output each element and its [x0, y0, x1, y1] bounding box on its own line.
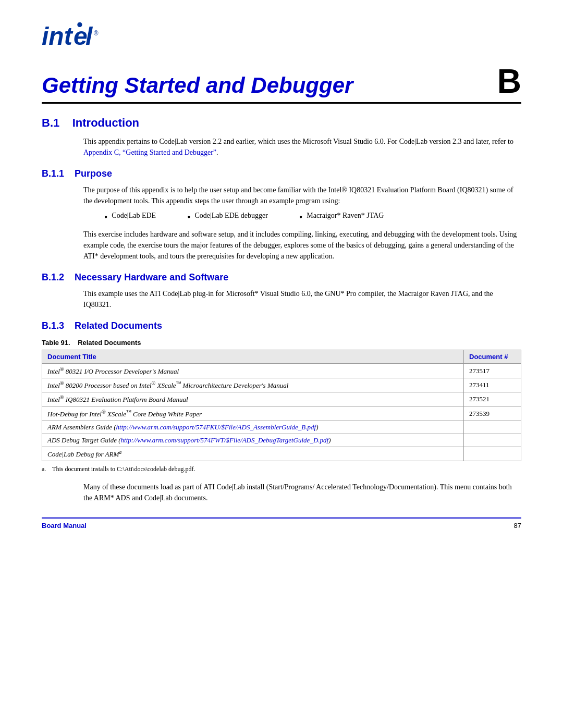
svg-text:int: int — [42, 22, 74, 50]
doc-num-7 — [464, 447, 521, 461]
bullet-row: • Code|Lab EDE • Code|Lab EDE debugger •… — [83, 212, 521, 224]
doc-title-7: Code|Lab Debug for ARMa — [42, 447, 464, 461]
related-documents-table: Document Title Document # Intel® 80321 I… — [42, 350, 521, 461]
table-row: Intel® 80200 Processor based on Intel® X… — [42, 378, 521, 392]
col-header-title: Document Title — [42, 350, 464, 364]
bullet-item-3: • Macraigor* Raven* JTAG — [299, 212, 384, 224]
section-b13-body-after: Many of these documents load as part of … — [42, 482, 521, 503]
svg-point-3 — [77, 22, 82, 27]
section-b1: B.1 Introduction This appendix pertains … — [42, 116, 521, 158]
section-b12: B.1.2 Necessary Hardware and Software Th… — [42, 272, 521, 310]
section-b12-body: This example uses the ATI Code|Lab plug-… — [42, 288, 521, 310]
footer-bar: Board Manual 87 — [42, 517, 521, 529]
svg-text:®: ® — [94, 30, 99, 37]
ads-debug-link[interactable]: http://www.arm.com/support/574FWT/$File/… — [121, 436, 329, 444]
bullet-list: • Code|Lab EDE • Code|Lab EDE debugger •… — [42, 212, 521, 224]
bullet-label-2: Code|Lab EDE debugger — [194, 212, 267, 220]
doc-title-5: ARM Assemblers Guide (http://www.arm.com… — [42, 421, 464, 434]
doc-num-1: 273517 — [464, 364, 521, 378]
bullet-item-1: • Code|Lab EDE — [104, 212, 156, 224]
intel-logo: int e l ® — [42, 21, 104, 52]
table-row: Code|Lab Debug for ARMa — [42, 447, 521, 461]
table-section: Table 91. Related Documents Document Tit… — [42, 339, 521, 473]
appendix-c-link[interactable]: Appendix C, “Getting Started and Debugge… — [83, 149, 216, 156]
table-row: Hot-Debug for Intel® XScale™ Core Debug … — [42, 406, 521, 421]
chapter-letter: B — [497, 65, 521, 98]
table-row: ADS Debug Target Guide (http://www.arm.c… — [42, 434, 521, 447]
section-b11: B.1.1 Purpose The purpose of this append… — [42, 168, 521, 262]
doc-title-4: Hot-Debug for Intel® XScale™ Core Debug … — [42, 406, 464, 421]
section-b13-title: B.1.3 Related Documents — [42, 320, 521, 331]
bullet-dot-1: • — [104, 212, 107, 224]
svg-text:l: l — [85, 22, 93, 50]
footer-label: Board Manual — [42, 522, 87, 529]
doc-num-4: 273539 — [464, 406, 521, 421]
doc-num-6 — [464, 434, 521, 447]
arm-assembler-link[interactable]: http://www.arm.com/support/574FKU/$File/… — [116, 423, 316, 431]
doc-num-2: 273411 — [464, 378, 521, 392]
page: int e l ® Getting Started and Debugger B… — [0, 0, 563, 550]
doc-num-3: 273521 — [464, 392, 521, 406]
section-b13: B.1.3 Related Documents Table 91. Relate… — [42, 320, 521, 503]
bullet-dot-2: • — [187, 212, 190, 224]
section-b11-body2: This exercise includes hardware and soft… — [42, 229, 521, 262]
table-label: Table 91. Related Documents — [42, 339, 521, 347]
doc-title-3: Intel® IQ80321 Evaluation Platform Board… — [42, 392, 464, 406]
table-row: ARM Assemblers Guide (http://www.arm.com… — [42, 421, 521, 434]
page-main-title: Getting Started and Debugger — [42, 73, 353, 98]
table-row: Intel® 80321 I/O Processor Developer's M… — [42, 364, 521, 378]
table-header-row: Document Title Document # — [42, 350, 521, 364]
table-row: Intel® IQ80321 Evaluation Platform Board… — [42, 392, 521, 406]
section-b1-title: B.1 Introduction — [42, 116, 521, 130]
section-b11-body1: The purpose of this appendix is to help … — [42, 184, 521, 206]
bullet-dot-3: • — [299, 212, 302, 224]
table-footnote: a. This document installs to C:\Ati\docs… — [42, 465, 521, 473]
bullet-label-1: Code|Lab EDE — [112, 212, 156, 220]
page-title-section: Getting Started and Debugger B — [42, 65, 521, 104]
doc-title-2: Intel® 80200 Processor based on Intel® X… — [42, 378, 464, 392]
bullet-label-3: Macraigor* Raven* JTAG — [307, 212, 384, 220]
section-b12-title: B.1.2 Necessary Hardware and Software — [42, 272, 521, 283]
footer-page-number: 87 — [514, 522, 521, 529]
intel-logo-section: int e l ® — [42, 21, 521, 54]
bullet-item-2: • Code|Lab EDE debugger — [187, 212, 268, 224]
col-header-docnum: Document # — [464, 350, 521, 364]
section-b11-title: B.1.1 Purpose — [42, 168, 521, 179]
doc-title-6: ADS Debug Target Guide (http://www.arm.c… — [42, 434, 464, 447]
doc-num-5 — [464, 421, 521, 434]
doc-title-1: Intel® 80321 I/O Processor Developer's M… — [42, 364, 464, 378]
section-b1-body: This appendix pertains to Code|Lab versi… — [42, 136, 521, 158]
